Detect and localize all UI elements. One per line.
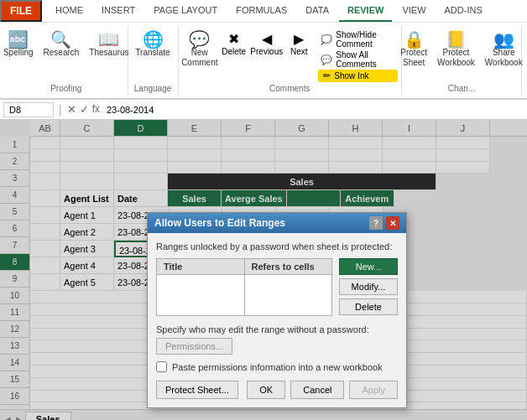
next-comment-label: Next	[290, 47, 308, 56]
share-workbook-label: ShareWorkbook	[485, 48, 523, 68]
insert-function-icon[interactable]: fx	[92, 103, 100, 116]
ribbon-group-language: 🌐 Translate Language	[128, 26, 179, 95]
previous-comment-icon: ◀	[262, 31, 272, 47]
next-comment-icon: ▶	[294, 31, 304, 47]
new-comment-label: NewComment	[181, 48, 217, 68]
modify-range-button[interactable]: Modify...	[339, 278, 398, 295]
tab-data[interactable]: DATA	[297, 0, 337, 22]
permissions-button: Permissions...	[156, 338, 232, 355]
translate-icon: 🌐	[143, 31, 164, 48]
spelling-label: Spelling	[3, 48, 34, 58]
new-range-button[interactable]: New...	[339, 258, 398, 275]
research-icon: 🔍	[50, 31, 71, 48]
apply-button[interactable]: Apply	[349, 381, 398, 399]
ribbon-tabs: HOME INSERT PAGE LAYOUT FORMULAS DATA RE…	[47, 0, 491, 22]
paste-permissions-label: Paste permissions information into a new…	[172, 362, 383, 372]
formula-icons: ✕ ✓ fx	[67, 103, 100, 116]
dialog-title-icons: ? ✕	[369, 216, 399, 230]
table-and-buttons: Title Refers to cells New... Modify... D…	[156, 258, 398, 316]
new-comment-icon: 💬	[189, 31, 210, 48]
dialog-title: Allow Users to Edit Ranges	[154, 217, 285, 229]
thesaurus-icon: 📖	[98, 31, 119, 48]
dialog-body: Ranges unlocked by a password when sheet…	[148, 233, 406, 407]
show-hide-comment-icon: 💭	[321, 34, 332, 45]
dialog-footer-left: Protect Sheet...	[156, 381, 238, 399]
protect-sheet-label: ProtectSheet	[400, 48, 427, 68]
comments-items: 💬 NewComment ✖ Delete ◀ Previous ▶ Next	[181, 26, 398, 82]
tab-add-ins[interactable]: ADD-INS	[436, 0, 491, 22]
show-ink-icon: ✏	[323, 70, 331, 81]
formula-bar: | ✕ ✓ fx	[0, 100, 527, 120]
previous-comment-label: Previous	[250, 47, 283, 56]
dialog-help-button[interactable]: ?	[369, 216, 383, 230]
delete-range-button[interactable]: Delete	[339, 298, 398, 315]
thesaurus-label: Thesaurus	[89, 48, 128, 58]
translate-button[interactable]: 🌐 Translate	[132, 29, 173, 60]
proofing-group-label: Proofing	[50, 82, 81, 95]
delete-comment-button[interactable]: ✖ Delete	[221, 29, 247, 58]
show-all-comments-icon: 💬	[321, 54, 332, 65]
dialog-title-bar: Allow Users to Edit Ranges ? ✕	[148, 213, 406, 233]
dialog-checkbox-row: Paste permissions information into a new…	[156, 361, 398, 372]
dialog-specify-text: Specify who may edit the range without a…	[156, 324, 398, 334]
previous-comment-button[interactable]: ◀ Previous	[250, 29, 283, 58]
spelling-button[interactable]: 🔤 Spelling	[0, 29, 37, 60]
ok-button[interactable]: OK	[247, 381, 285, 399]
confirm-formula-icon[interactable]: ✓	[80, 103, 89, 116]
tab-formulas[interactable]: FORMULAS	[227, 0, 295, 22]
dialog-close-button[interactable]: ✕	[386, 216, 399, 230]
new-comment-button[interactable]: 💬 NewComment	[181, 29, 217, 70]
protect-sheet-dialog-button[interactable]: Protect Sheet...	[156, 381, 238, 399]
ribbon-group-changes: 🔒 ProtectSheet 📒 ProtectWorkbook 👥 Share…	[402, 26, 522, 95]
tab-page-layout[interactable]: PAGE LAYOUT	[145, 0, 226, 22]
table-header-title: Title	[157, 259, 245, 274]
dialog-footer: Protect Sheet... OK Cancel Apply	[156, 381, 398, 399]
tab-view[interactable]: VIEW	[394, 0, 434, 22]
table-col-title[interactable]	[157, 275, 245, 315]
dialog-description: Ranges unlocked by a password when sheet…	[156, 241, 398, 251]
proofing-items: 🔤 Spelling 🔍 Research 📖 Thesaurus	[0, 26, 133, 82]
changes-group-label: Chan...	[448, 82, 475, 95]
cancel-button[interactable]: Cancel	[290, 381, 344, 399]
show-ink-button[interactable]: ✏ Show Ink	[318, 70, 398, 82]
thesaurus-button[interactable]: 📖 Thesaurus	[86, 29, 132, 60]
comment-options: 💭 Show/Hide Comment 💬 Show All Comments …	[318, 29, 398, 82]
show-all-comments-button[interactable]: 💬 Show All Comments	[318, 49, 398, 70]
formula-input[interactable]	[103, 105, 524, 115]
tab-review[interactable]: REVIEW	[339, 0, 392, 22]
dialog-footer-right: OK Cancel Apply	[247, 381, 398, 399]
next-comment-button[interactable]: ▶ Next	[286, 29, 311, 58]
tab-insert[interactable]: INSERT	[93, 0, 143, 22]
language-group-label: Language	[134, 82, 172, 95]
tab-home[interactable]: HOME	[47, 0, 91, 22]
comments-group-label: Comments	[269, 82, 310, 95]
ribbon-group-comments: 💬 NewComment ✖ Delete ◀ Previous ▶ Next	[179, 26, 402, 95]
changes-items: 🔒 ProtectSheet 📒 ProtectWorkbook 👥 Share…	[397, 26, 525, 82]
show-ink-label: Show Ink	[334, 71, 368, 80]
file-tab[interactable]: FILE	[0, 0, 42, 22]
table-col-refers[interactable]	[245, 275, 332, 315]
paste-permissions-checkbox[interactable]	[156, 361, 167, 372]
show-hide-comment-button[interactable]: 💭 Show/Hide Comment	[318, 29, 398, 49]
formula-divider: |	[59, 103, 62, 117]
delete-comment-label: Delete	[222, 47, 246, 56]
show-hide-comment-label: Show/Hide Comment	[336, 30, 395, 49]
research-button[interactable]: 🔍 Research	[40, 29, 83, 60]
ribbon-body: 🔤 Spelling 🔍 Research 📖 Thesaurus Proofi…	[0, 23, 527, 99]
protect-sheet-button[interactable]: 🔒 ProtectSheet	[397, 29, 430, 70]
translate-label: Translate	[135, 48, 170, 58]
table-section: Title Refers to cells	[156, 258, 332, 316]
table-header-refers: Refers to cells	[245, 259, 332, 274]
protect-workbook-label: ProtectWorkbook	[437, 48, 475, 68]
ribbon: FILE HOME INSERT PAGE LAYOUT FORMULAS DA…	[0, 0, 527, 100]
ribbon-group-proofing: 🔤 Spelling 🔍 Research 📖 Thesaurus Proofi…	[5, 26, 128, 95]
protect-sheet-icon: 🔒	[404, 31, 425, 48]
cancel-formula-icon[interactable]: ✕	[67, 103, 76, 116]
share-workbook-button[interactable]: 👥 ShareWorkbook	[482, 29, 526, 70]
protect-workbook-button[interactable]: 📒 ProtectWorkbook	[434, 29, 478, 70]
dialog-table-body[interactable]	[156, 274, 332, 316]
delete-comment-icon: ✖	[228, 31, 239, 47]
cell-reference[interactable]	[3, 102, 54, 117]
dialog-table-header: Title Refers to cells	[156, 258, 332, 274]
research-label: Research	[44, 48, 80, 58]
